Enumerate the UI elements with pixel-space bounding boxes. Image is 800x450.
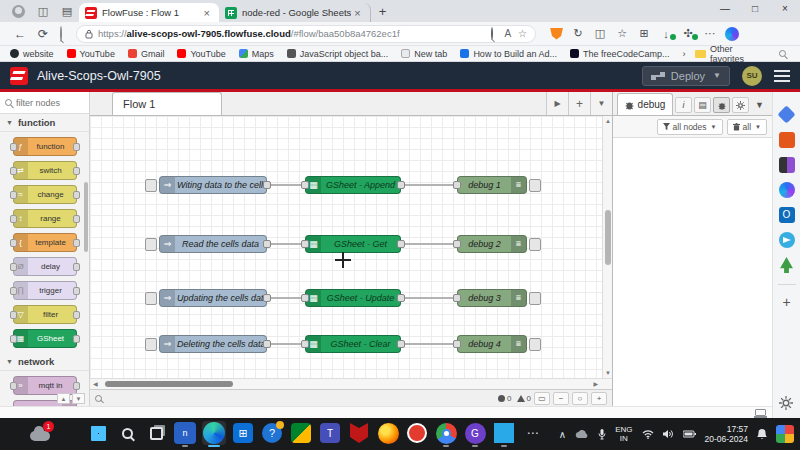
palette-node-template[interactable]: {template <box>13 233 77 252</box>
debug-messages-button[interactable] <box>713 97 730 113</box>
microsoft-store-icon[interactable]: ⊞ <box>231 421 255 445</box>
output-port[interactable] <box>397 294 405 302</box>
user-avatar[interactable]: SU <box>742 66 762 86</box>
palette-node-range[interactable]: ↕range <box>13 209 77 228</box>
canvas-vertical-scrollbar[interactable]: ▲ ▼ <box>602 116 612 378</box>
downloads-icon[interactable]: ↓ <box>657 28 675 40</box>
quick-assist-icon[interactable]: ? <box>260 421 284 445</box>
input-port[interactable] <box>301 340 309 348</box>
wifi-icon[interactable] <box>642 430 654 439</box>
task-view-button[interactable] <box>144 421 168 445</box>
input-port[interactable] <box>301 294 309 302</box>
tray-widget-icon[interactable] <box>776 425 794 443</box>
edge-browser-icon[interactable] <box>202 421 226 445</box>
debug-node[interactable]: debug 3≣ <box>457 289 527 307</box>
scroll-down-icon[interactable]: ▼ <box>603 370 612 376</box>
palette-node-trigger[interactable]: ∏trigger <box>13 281 77 300</box>
refresh-icon[interactable]: ⟳ <box>38 27 48 41</box>
profile-icon[interactable] <box>12 5 25 18</box>
output-port[interactable] <box>397 240 405 248</box>
output-port[interactable] <box>263 294 271 302</box>
split-screen-icon[interactable]: ◫ <box>591 27 609 40</box>
debug-toggle-button[interactable] <box>529 179 541 192</box>
read-aloud-icon[interactable]: A <box>504 28 511 39</box>
add-sidebar-item-icon[interactable]: + <box>779 295 795 311</box>
bookmark-item[interactable]: YouTube <box>67 49 115 59</box>
extensions-icon[interactable]: ✣ <box>679 27 697 40</box>
scroll-left-icon[interactable]: ◀ <box>93 380 98 387</box>
inject-button[interactable] <box>145 179 157 192</box>
language-indicator[interactable]: ENGIN <box>615 425 632 443</box>
inject-node[interactable]: ⇒Deleting the cells data <box>159 335 267 353</box>
scrollbar-thumb[interactable] <box>105 381 233 387</box>
tab-actions-icon[interactable]: ▤ <box>59 3 75 19</box>
flowfuse-logo-icon[interactable] <box>10 67 28 85</box>
copilot-icon[interactable] <box>725 27 739 41</box>
close-tab-icon[interactable]: × <box>351 7 363 19</box>
onedrive-icon[interactable] <box>575 430 589 439</box>
debug-node[interactable]: debug 4≣ <box>457 335 527 353</box>
palette-scrollbar[interactable] <box>84 182 88 252</box>
shopping-tag-icon[interactable] <box>777 105 795 123</box>
flow-canvas[interactable]: ⇒Witing data to the cells ▦GSheet - Appe… <box>90 116 612 378</box>
input-port[interactable] <box>453 181 461 189</box>
gsheet-node[interactable]: ▦GSheet - Update <box>305 289 401 307</box>
url-field[interactable]: https://alive-scops-owl-7905.flowfuse.cl… <box>76 25 536 43</box>
tools-icon[interactable] <box>779 132 795 148</box>
collections-icon[interactable]: ⊞ <box>635 27 653 40</box>
search-button[interactable] <box>115 421 139 445</box>
bookmark-item[interactable]: JavaScript object ba... <box>287 49 389 59</box>
output-port[interactable] <box>263 340 271 348</box>
input-port[interactable] <box>453 294 461 302</box>
gsheet-node[interactable]: ▦GSheet - Get <box>305 235 401 253</box>
palette-node-delay[interactable]: Ødelay <box>13 257 77 276</box>
palette-search[interactable] <box>0 92 89 114</box>
inject-node[interactable]: ⇒Read the cells data <box>159 235 267 253</box>
inject-button[interactable] <box>145 292 157 305</box>
search-flows-icon[interactable] <box>95 395 102 402</box>
bookmark-item[interactable]: New tab <box>401 49 447 59</box>
inject-button[interactable] <box>145 238 157 251</box>
volume-icon[interactable] <box>663 429 674 439</box>
gsheet-node[interactable]: ▦GSheet - Clear <box>305 335 401 353</box>
scroll-tabs-right-icon[interactable]: ▶ <box>546 92 568 115</box>
inject-node[interactable]: ⇒Updating the cells data <box>159 289 267 307</box>
input-port[interactable] <box>301 240 309 248</box>
output-port[interactable] <box>263 240 271 248</box>
clock[interactable]: 17:5720-06-2024 <box>705 424 748 444</box>
zoom-reset-button[interactable]: ○ <box>572 392 588 405</box>
other-favorites[interactable]: Other favorites <box>710 44 767 64</box>
output-port[interactable] <box>397 181 405 189</box>
navigator-icon[interactable]: ▭ <box>534 392 550 405</box>
palette-node-gsheet[interactable]: ▦GSheet <box>13 329 77 348</box>
debug-node[interactable]: debug 1≣ <box>457 176 527 194</box>
browser-essentials-icon[interactable] <box>755 409 766 416</box>
minimize-button[interactable]: — <box>710 0 740 20</box>
chevron-right-icon[interactable]: › <box>682 49 685 59</box>
close-button[interactable]: × <box>770 0 800 20</box>
palette-node-change[interactable]: ≈change <box>13 185 77 204</box>
info-button[interactable]: i <box>675 97 692 113</box>
browser-tab-flowfuse[interactable]: FlowFuse : Flow 1 × <box>79 3 219 22</box>
main-menu-icon[interactable] <box>774 70 790 82</box>
taskbar-overflow-icon[interactable]: ⋯ <box>521 421 545 445</box>
debug-message-list[interactable] <box>613 138 772 406</box>
palette-node-switch[interactable]: ⇄switch <box>13 161 77 180</box>
inject-button[interactable] <box>145 338 157 351</box>
bookmark-item[interactable]: website <box>10 49 54 59</box>
close-tab-icon[interactable]: × <box>201 7 213 19</box>
input-port[interactable] <box>453 240 461 248</box>
palette-category-function[interactable]: ▼ function <box>0 114 89 132</box>
scrollbar-thumb[interactable] <box>605 210 611 265</box>
output-port[interactable] <box>397 340 405 348</box>
start-button[interactable] <box>86 421 110 445</box>
sidebar-menu-caret-icon[interactable]: ▼ <box>751 97 768 113</box>
expand-all-button[interactable]: ▼ <box>72 393 85 404</box>
back-icon[interactable]: ← <box>14 27 26 41</box>
error-count[interactable]: 0 <box>498 394 511 403</box>
microsoft365-icon[interactable] <box>779 182 795 198</box>
favorites-icon[interactable]: ☆ <box>613 27 631 40</box>
debug-node[interactable]: debug 2≣ <box>457 235 527 253</box>
flow-tab[interactable]: Flow 1 <box>112 92 222 115</box>
sidebar-settings-icon[interactable] <box>779 396 795 412</box>
